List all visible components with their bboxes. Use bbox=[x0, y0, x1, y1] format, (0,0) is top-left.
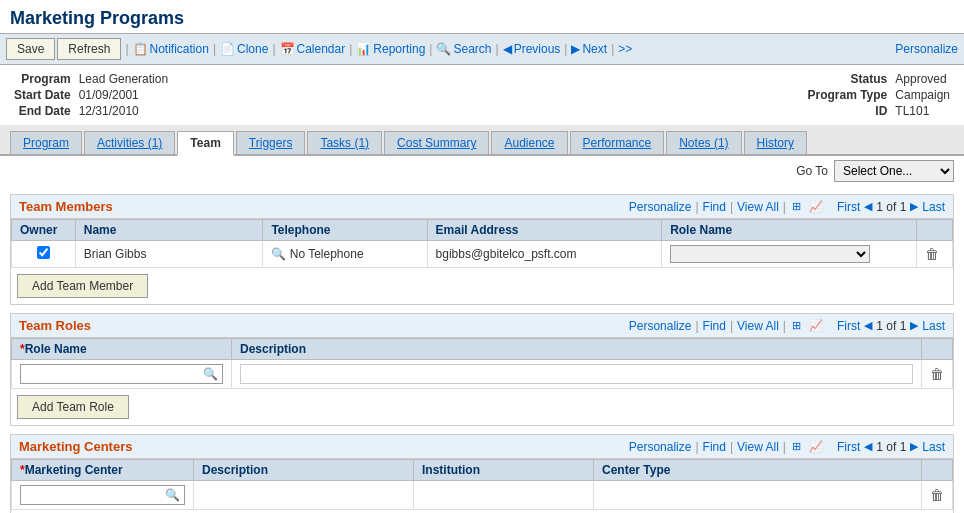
marketing-centers-prev-btn[interactable]: ◀ bbox=[862, 440, 874, 453]
personalize-link[interactable]: Personalize bbox=[895, 42, 958, 56]
role-search-icon[interactable]: 🔍 bbox=[203, 367, 218, 381]
status-label: Status bbox=[803, 71, 891, 87]
tab-performance[interactable]: Performance bbox=[570, 131, 665, 154]
role-delete-btn[interactable]: 🗑 bbox=[930, 366, 944, 382]
search-link[interactable]: 🔍 Search bbox=[436, 42, 491, 56]
program-label: Program bbox=[10, 71, 75, 87]
start-date-value: 01/09/2001 bbox=[75, 87, 172, 103]
mc-name-input[interactable] bbox=[25, 488, 165, 502]
team-members-first[interactable]: First bbox=[837, 200, 860, 214]
member-name: Brian Gibbs bbox=[75, 241, 263, 268]
tab-audience[interactable]: Audience bbox=[491, 131, 567, 154]
col-description: Description bbox=[232, 339, 922, 360]
team-members-last[interactable]: Last bbox=[922, 200, 945, 214]
role-select[interactable] bbox=[670, 245, 870, 263]
team-roles-grid-icon[interactable]: ⊞ bbox=[790, 319, 803, 332]
tel-search-icon[interactable]: 🔍 bbox=[271, 247, 286, 261]
team-members-prev-btn[interactable]: ◀ bbox=[862, 200, 874, 213]
start-date-label: Start Date bbox=[10, 87, 75, 103]
mc-institution-input[interactable] bbox=[422, 486, 585, 504]
team-members-next-btn[interactable]: ▶ bbox=[908, 200, 920, 213]
col-mc-description: Description bbox=[194, 460, 414, 481]
save-button[interactable]: Save bbox=[6, 38, 55, 60]
col-mc-del bbox=[922, 460, 953, 481]
team-members-view-all[interactable]: View All bbox=[737, 200, 779, 214]
id-value: TL101 bbox=[891, 103, 954, 119]
role-delete-cell: 🗑 bbox=[922, 360, 953, 389]
owner-checkbox[interactable] bbox=[37, 246, 50, 259]
reporting-link[interactable]: 📊 Reporting bbox=[356, 42, 425, 56]
tab-program[interactable]: Program bbox=[10, 131, 82, 154]
tab-notes-1[interactable]: Notes (1) bbox=[666, 131, 741, 154]
col-institution: Institution bbox=[414, 460, 594, 481]
team-members-grid-icon[interactable]: ⊞ bbox=[790, 200, 803, 213]
role-description-input[interactable] bbox=[240, 364, 913, 384]
team-roles-view-all[interactable]: View All bbox=[737, 319, 779, 333]
notification-icon: 📋 bbox=[133, 42, 148, 56]
mc-center-type-input[interactable] bbox=[602, 486, 913, 504]
goto-select[interactable]: Select One... bbox=[834, 160, 954, 182]
marketing-centers-grid-icon[interactable]: ⊞ bbox=[790, 440, 803, 453]
team-roles-table: *Role Name Description 🔍 🗑 bbox=[11, 338, 953, 389]
marketing-centers-next-btn[interactable]: ▶ bbox=[908, 440, 920, 453]
refresh-button[interactable]: Refresh bbox=[57, 38, 121, 60]
role-name-input[interactable] bbox=[25, 367, 203, 381]
mc-search-icon[interactable]: 🔍 bbox=[165, 488, 180, 502]
program-type-label: Program Type bbox=[803, 87, 891, 103]
team-roles-chart-icon[interactable]: 📈 bbox=[807, 319, 825, 332]
program-type-value: Campaign bbox=[891, 87, 954, 103]
member-delete-btn[interactable]: 🗑 bbox=[925, 246, 939, 262]
owner-checkbox-cell bbox=[12, 241, 76, 268]
table-row: 🔍 🗑 bbox=[12, 360, 953, 389]
team-roles-prev-btn[interactable]: ◀ bbox=[862, 319, 874, 332]
marketing-centers-personalize[interactable]: Personalize bbox=[629, 440, 692, 454]
mc-center-type-cell bbox=[594, 481, 922, 510]
member-role bbox=[662, 241, 917, 268]
search-icon: 🔍 bbox=[436, 42, 451, 56]
team-roles-last[interactable]: Last bbox=[922, 319, 945, 333]
previous-link[interactable]: ◀ Previous bbox=[503, 42, 561, 56]
col-role-del bbox=[922, 339, 953, 360]
goto-label: Go To bbox=[796, 164, 828, 178]
team-members-section: Team Members Personalize | Find | View A… bbox=[10, 194, 954, 305]
notification-link[interactable]: 📋 Notification bbox=[133, 42, 209, 56]
team-roles-first[interactable]: First bbox=[837, 319, 860, 333]
team-roles-personalize[interactable]: Personalize bbox=[629, 319, 692, 333]
marketing-centers-last[interactable]: Last bbox=[922, 440, 945, 454]
team-roles-next-btn[interactable]: ▶ bbox=[908, 319, 920, 332]
program-value: Lead Generation bbox=[75, 71, 172, 87]
team-members-personalize[interactable]: Personalize bbox=[629, 200, 692, 214]
clone-link[interactable]: 📄 Clone bbox=[220, 42, 268, 56]
marketing-centers-find[interactable]: Find bbox=[703, 440, 726, 454]
mc-delete-btn[interactable]: 🗑 bbox=[930, 487, 944, 503]
tab-tasks-1[interactable]: Tasks (1) bbox=[307, 131, 382, 154]
previous-icon: ◀ bbox=[503, 42, 512, 56]
tab-bar: ProgramActivities (1)TeamTriggersTasks (… bbox=[0, 125, 964, 156]
table-row: 🔍 🗑 bbox=[12, 481, 953, 510]
team-members-find[interactable]: Find bbox=[703, 200, 726, 214]
tab-team[interactable]: Team bbox=[177, 131, 233, 156]
marketing-centers-view-all[interactable]: View All bbox=[737, 440, 779, 454]
clone-icon: 📄 bbox=[220, 42, 235, 56]
tab-cost-summary[interactable]: Cost Summary bbox=[384, 131, 489, 154]
end-date-value: 12/31/2010 bbox=[75, 103, 172, 119]
marketing-centers-title: Marketing Centers bbox=[19, 439, 629, 454]
team-roles-find[interactable]: Find bbox=[703, 319, 726, 333]
more-link[interactable]: >> bbox=[618, 42, 632, 56]
marketing-centers-chart-icon[interactable]: 📈 bbox=[807, 440, 825, 453]
team-members-chart-icon[interactable]: 📈 bbox=[807, 200, 825, 213]
table-row: Brian Gibbs 🔍 No Telephone bgibbs@gbitel… bbox=[12, 241, 953, 268]
tab-triggers[interactable]: Triggers bbox=[236, 131, 306, 154]
add-team-role-button[interactable]: Add Team Role bbox=[17, 395, 129, 419]
col-delete bbox=[916, 220, 952, 241]
calendar-link[interactable]: 📅 Calendar bbox=[280, 42, 346, 56]
tab-history[interactable]: History bbox=[744, 131, 807, 154]
mc-description-input[interactable] bbox=[202, 486, 405, 504]
next-link[interactable]: ▶ Next bbox=[571, 42, 607, 56]
member-email: bgibbs@gbitelco_psft.com bbox=[427, 241, 662, 268]
toolbar: Save Refresh | 📋 Notification | 📄 Clone … bbox=[0, 33, 964, 65]
add-team-member-button[interactable]: Add Team Member bbox=[17, 274, 148, 298]
team-roles-nav-info: 1 of 1 bbox=[876, 319, 906, 333]
tab-activities-1[interactable]: Activities (1) bbox=[84, 131, 175, 154]
marketing-centers-first[interactable]: First bbox=[837, 440, 860, 454]
